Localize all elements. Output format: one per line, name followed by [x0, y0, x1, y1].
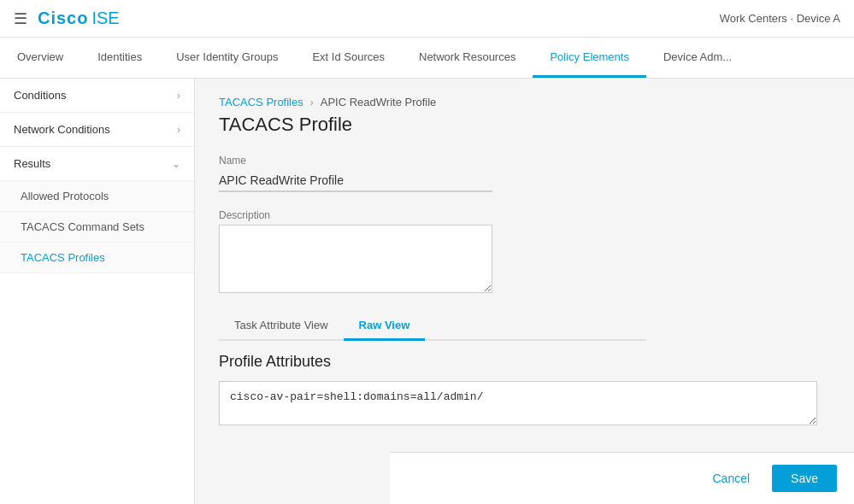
chevron-right-icon: › — [177, 90, 180, 102]
breadcrumb-separator: › — [310, 97, 314, 108]
tab-policy-elements[interactable]: Policy Elements — [533, 38, 645, 78]
sidebar-item-conditions-label: Conditions — [14, 89, 66, 102]
breadcrumb-current: APIC ReadWrite Profile — [321, 96, 437, 108]
description-label: Description — [219, 209, 492, 221]
chevron-right-icon-2: › — [177, 124, 180, 136]
chevron-down-icon: ⌄ — [172, 158, 180, 170]
description-input[interactable] — [219, 225, 492, 293]
breadcrumb-link[interactable]: TACACS Profiles — [219, 96, 303, 108]
sidebar: Conditions › Network Conditions › Result… — [0, 79, 195, 504]
sidebar-item-tacacs-command-sets[interactable]: TACACS Command Sets — [0, 212, 194, 243]
cisco-logo: Cisco ISE — [38, 9, 120, 28]
save-button[interactable]: Save — [772, 465, 837, 492]
tab-ext-id-sources[interactable]: Ext Id Sources — [295, 38, 402, 78]
tab-user-identity-groups[interactable]: User Identity Groups — [159, 38, 295, 78]
sidebar-item-conditions[interactable]: Conditions › — [0, 79, 194, 113]
top-bar-left: ☰ Cisco ISE — [14, 9, 120, 28]
name-field-group: Name — [219, 155, 492, 192]
sidebar-item-allowed-protocols[interactable]: Allowed Protocols — [0, 181, 194, 212]
tab-raw-view[interactable]: Raw View — [344, 312, 426, 341]
sidebar-item-tacacs-profiles[interactable]: TACACS Profiles — [0, 243, 194, 273]
sidebar-item-results-label: Results — [14, 157, 50, 170]
description-field-group: Description — [219, 209, 492, 293]
sidebar-item-network-conditions[interactable]: Network Conditions › — [0, 113, 194, 147]
tab-task-attribute-view[interactable]: Task Attribute View — [219, 312, 344, 341]
nav-tabs: Overview Identities User Identity Groups… — [0, 38, 854, 79]
work-centers-label: Work Centers · Device A — [720, 12, 840, 25]
name-input[interactable] — [219, 170, 492, 192]
tab-identities[interactable]: Identities — [80, 38, 159, 78]
action-bar: Cancel Save — [390, 452, 854, 504]
cancel-button[interactable]: Cancel — [698, 465, 763, 492]
top-bar: ☰ Cisco ISE Work Centers · Device A — [0, 0, 854, 38]
tab-overview[interactable]: Overview — [0, 38, 80, 78]
sidebar-item-network-conditions-label: Network Conditions — [14, 123, 110, 136]
sidebar-item-results[interactable]: Results ⌄ — [0, 147, 194, 181]
hamburger-icon[interactable]: ☰ — [14, 9, 27, 28]
tab-network-resources[interactable]: Network Resources — [402, 38, 533, 78]
breadcrumb: TACACS Profiles › APIC ReadWrite Profile — [219, 96, 830, 108]
main-content: TACACS Profiles › APIC ReadWrite Profile… — [195, 79, 854, 504]
ise-brand: ISE — [91, 9, 119, 28]
page-title: TACACS Profile — [219, 114, 830, 136]
profile-attributes-title: Profile Attributes — [219, 353, 830, 371]
name-label: Name — [219, 155, 492, 167]
main-layout: Conditions › Network Conditions › Result… — [0, 79, 854, 504]
view-tabs: Task Attribute View Raw View — [219, 312, 646, 341]
profile-attributes-input[interactable]: cisco-av-pair=shell:domains=all/admin/ — [219, 381, 817, 425]
cisco-brand: Cisco — [38, 9, 88, 28]
tab-device-admin[interactable]: Device Adm... — [646, 38, 749, 78]
